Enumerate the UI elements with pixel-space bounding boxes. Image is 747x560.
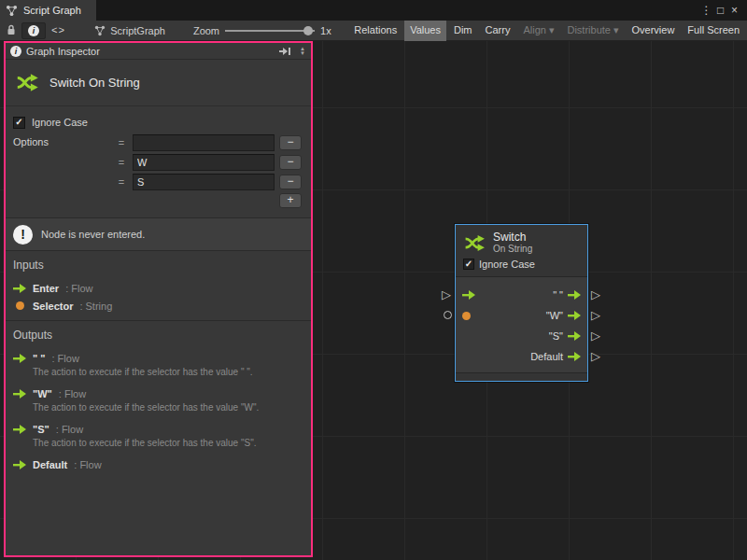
- drag-handle-icon[interactable]: =: [115, 137, 128, 148]
- flow-port-icon: [13, 460, 26, 469]
- flow-out-port-icon[interactable]: [568, 311, 581, 320]
- string-port-icon: [16, 301, 24, 310]
- dock-panel-icon[interactable]: [279, 47, 291, 56]
- ignore-case-row: ✓ Ignore Case: [13, 114, 302, 131]
- add-option-button[interactable]: +: [279, 193, 302, 208]
- node-title: Switch: [493, 231, 532, 244]
- flow-port-icon: [13, 354, 26, 363]
- output-row: "W" : Flow: [13, 385, 303, 402]
- output-port-triangle-icon[interactable]: ▷: [591, 349, 600, 363]
- fullscreen-button[interactable]: Full Screen: [682, 21, 745, 41]
- input-row: Selector : String: [13, 297, 303, 315]
- ignore-case-label: Ignore Case: [32, 117, 88, 128]
- port-type: : Flow: [74, 459, 101, 470]
- graph-inspector-panel: i Graph Inspector ▲ ▼ Switch On String: [4, 41, 313, 557]
- info-icon: i: [28, 25, 39, 36]
- enter-flow-port-icon[interactable]: [462, 290, 475, 300]
- flow-out-port-icon[interactable]: [568, 331, 581, 341]
- port-description: The action to execute if the selector ha…: [33, 402, 303, 413]
- scroll-down-icon[interactable]: ▼: [300, 51, 305, 56]
- output-port-triangle-icon[interactable]: ▷: [591, 287, 600, 301]
- lock-button[interactable]: [3, 22, 20, 39]
- zoom-value: 1x: [320, 25, 331, 36]
- zoom-slider[interactable]: [225, 25, 315, 36]
- flow-port-icon: [13, 425, 26, 434]
- zoom-slider-handle[interactable]: [303, 26, 313, 35]
- window-controls: ⋮ □ ×: [699, 0, 747, 21]
- option-input[interactable]: [133, 174, 275, 190]
- node-header: Switch On String: [456, 225, 587, 257]
- inputs-section: Inputs Enter : Flow Selector : String: [6, 251, 311, 321]
- port-name: Selector: [33, 301, 73, 312]
- zoom-slider-track: [225, 30, 315, 32]
- script-graph-icon: [6, 5, 18, 17]
- selector-string-port-icon[interactable]: [462, 312, 471, 320]
- tab-label: Script Graph: [23, 5, 81, 16]
- node-ignore-case-row: ✓ Ignore Case: [456, 257, 587, 276]
- graph-breadcrumb[interactable]: ScriptGraph: [94, 25, 165, 36]
- drag-handle-icon[interactable]: =: [115, 176, 128, 188]
- output-port-triangle-icon[interactable]: ▷: [591, 308, 600, 322]
- output-row: Default : Flow: [13, 455, 303, 473]
- inspector-node-title: Switch On String: [49, 76, 140, 90]
- relations-button[interactable]: Relations: [348, 21, 402, 41]
- distribute-dropdown[interactable]: Distribute ▾: [561, 21, 624, 41]
- inspector-node-title-section: Switch On String: [6, 60, 311, 106]
- flow-port-icon: [13, 284, 26, 293]
- carry-button[interactable]: Carry: [480, 21, 516, 41]
- selector-port-ring-icon[interactable]: [444, 311, 452, 319]
- check-icon: ✓: [15, 118, 22, 127]
- option-row: = −: [115, 174, 302, 190]
- remove-option-button[interactable]: −: [279, 135, 302, 150]
- switch-on-string-node[interactable]: Switch On String ✓ Ignore Case " " "W: [455, 224, 588, 382]
- node-port-area: " " "W" "S" Default: [456, 276, 587, 372]
- node-ignore-case-checkbox[interactable]: ✓: [463, 259, 474, 270]
- flow-out-port-icon[interactable]: [568, 352, 581, 361]
- node-footer: [456, 372, 587, 381]
- node-output-label: " ": [553, 289, 563, 301]
- drag-handle-icon[interactable]: =: [115, 157, 128, 168]
- node-ignore-case-label: Ignore Case: [479, 259, 535, 270]
- toolbar-buttons: Relations Values Dim Carry Align ▾ Distr…: [346, 21, 745, 41]
- values-button[interactable]: Values: [404, 21, 446, 41]
- enter-port-triangle-icon[interactable]: ▷: [442, 287, 451, 301]
- port-name: " ": [33, 353, 46, 364]
- tab-script-graph[interactable]: Script Graph: [0, 0, 96, 21]
- ignore-case-checkbox[interactable]: ✓: [13, 117, 25, 129]
- warning-icon: !: [13, 225, 33, 245]
- output-row: " " : Flow: [13, 349, 303, 367]
- edit-script-button[interactable]: <>: [48, 22, 69, 39]
- maximize-icon[interactable]: □: [713, 0, 727, 21]
- inputs-header: Inputs: [13, 259, 303, 272]
- window-menu-icon[interactable]: ⋮: [699, 0, 713, 21]
- inspector-title: Graph Inspector: [26, 46, 100, 57]
- port-name: "S": [33, 424, 49, 435]
- port-description: The action to execute if the selector ha…: [33, 438, 303, 449]
- inspector-header: i Graph Inspector ▲ ▼: [6, 43, 311, 60]
- output-port-triangle-icon[interactable]: ▷: [591, 329, 600, 343]
- options-label: Options: [13, 134, 115, 147]
- titlebar: Script Graph ⋮ □ ×: [0, 0, 747, 21]
- close-icon[interactable]: ×: [727, 0, 741, 21]
- inspector-toggle-button[interactable]: i: [21, 22, 46, 39]
- output-row: "S" : Flow: [13, 420, 303, 438]
- option-row: = −: [115, 134, 302, 151]
- remove-option-button[interactable]: −: [279, 155, 302, 170]
- dim-button[interactable]: Dim: [448, 21, 478, 41]
- panel-scroll-stepper[interactable]: ▲ ▼: [296, 47, 309, 56]
- overview-button[interactable]: Overview: [627, 21, 681, 41]
- input-row: Enter : Flow: [13, 279, 303, 297]
- node-port-row: Default: [456, 346, 587, 367]
- remove-option-button[interactable]: −: [279, 175, 302, 189]
- zoom-label: Zoom: [193, 25, 219, 36]
- port-type: : Flow: [52, 353, 79, 364]
- switch-icon: [463, 231, 486, 255]
- port-type: : Flow: [56, 424, 83, 435]
- node-port-row: "W": [456, 305, 587, 326]
- flow-out-port-icon[interactable]: [568, 290, 581, 300]
- option-input[interactable]: [133, 154, 275, 171]
- node-output-label: "S": [549, 330, 563, 342]
- align-dropdown[interactable]: Align ▾: [517, 21, 559, 41]
- code-icon: <>: [51, 25, 65, 36]
- option-input[interactable]: [133, 134, 275, 151]
